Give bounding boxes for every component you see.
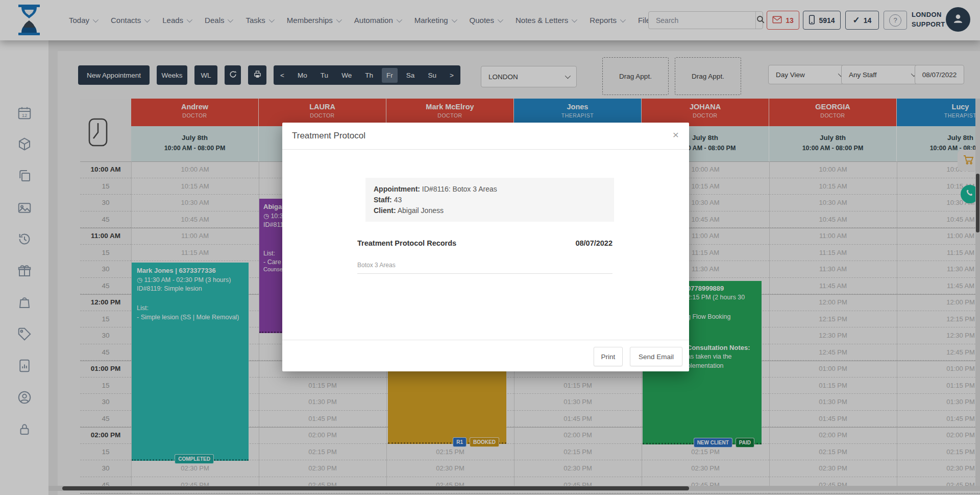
modal-footer: Print Send Email <box>282 340 689 371</box>
treatment-protocol-modal: Treatment Protocol × Appointment: ID#811… <box>282 123 689 371</box>
records-row: Treatment Protocol Records 08/07/2022 <box>357 239 612 247</box>
send-email-button[interactable]: Send Email <box>630 347 682 366</box>
appointment-summary: Appointment: ID#8116: Botox 3 AreasStaff… <box>365 178 614 222</box>
summary-label: Client: <box>374 206 396 215</box>
summary-line: Client: Abigail Joness <box>374 205 606 216</box>
summary-line: Staff: 43 <box>374 195 606 205</box>
print-button[interactable]: Print <box>594 347 623 366</box>
modal-header: Treatment Protocol × <box>282 123 689 150</box>
summary-label: Staff: <box>374 196 392 204</box>
summary-line: Appointment: ID#8116: Botox 3 Areas <box>374 184 606 195</box>
records-date: 08/07/2022 <box>575 239 612 247</box>
close-icon[interactable]: × <box>673 129 679 141</box>
modal-title: Treatment Protocol <box>292 131 365 141</box>
summary-label: Appointment: <box>374 185 420 193</box>
app-window: New Appointment Weeks WL <MoTuWeThFrSaSu… <box>0 0 980 495</box>
records-heading: Treatment Protocol Records <box>357 239 456 247</box>
record-item[interactable]: Botox 3 Areas <box>357 262 612 274</box>
